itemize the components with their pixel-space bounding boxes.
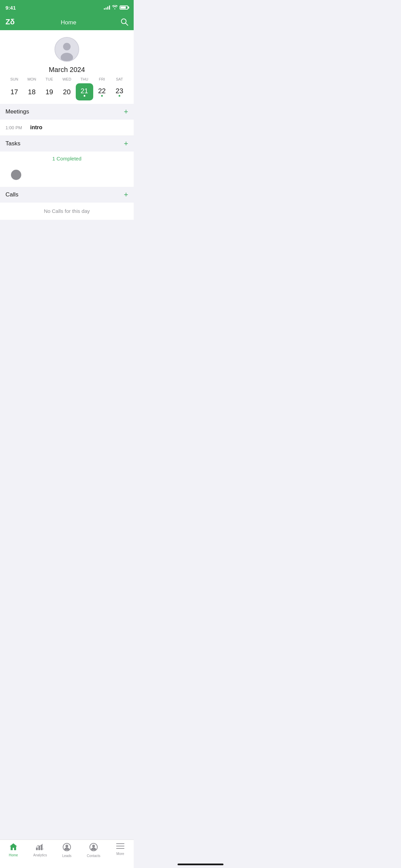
search-icon[interactable] [121,18,128,27]
calls-section-header: Calls + [0,187,134,203]
status-time: 9:41 [5,5,16,11]
weekday-label: MON [23,76,40,82]
no-calls-area: No Calls for this day [0,203,134,220]
calendar-section: March 2024 SUNMONTUEWEDTHUFRISAT 1718192… [0,66,134,104]
add-task-button[interactable]: + [124,139,128,148]
weekday-label: TUE [40,76,58,82]
page-title: Home [61,19,76,26]
meetings-section-header: Meetings + [0,104,134,120]
weekday-label: FRI [93,76,111,82]
weekday-label: WED [58,76,75,82]
no-calls-text: No Calls for this day [44,208,90,214]
calendar-date[interactable]: 20 [58,83,75,100]
calendar-weekdays: SUNMONTUEWEDTHUFRISAT [5,76,128,82]
calendar-dates[interactable]: 17181920212223 [5,83,128,100]
calendar-date[interactable]: 19 [40,83,58,100]
calls-title: Calls [5,191,19,198]
weekday-label: SAT [111,76,128,82]
task-circle-indicator [11,170,21,180]
battery-icon [120,5,128,10]
calendar-date[interactable]: 22 [93,83,111,100]
completed-count: 1 Completed [5,156,128,161]
calendar-date[interactable]: 23 [111,83,128,100]
meetings-title: Meetings [5,108,29,115]
svg-point-4 [63,43,71,50]
add-call-button[interactable]: + [124,190,128,199]
main-content: March 2024 SUNMONTUEWEDTHUFRISAT 1718192… [0,30,134,261]
status-icons [104,5,128,10]
month-year: March 2024 [5,66,128,74]
meeting-item[interactable]: 1:00 PM intro [0,120,134,136]
add-meeting-button[interactable]: + [124,107,128,116]
tasks-section-header: Tasks + [0,136,134,152]
calendar-date[interactable]: 17 [5,83,23,100]
tasks-title: Tasks [5,140,20,147]
weekday-label: SUN [5,76,23,82]
wifi-icon [112,5,118,10]
app-logo: Zδ [5,17,16,28]
tasks-completed-area: 1 Completed [0,152,134,166]
meeting-name: intro [30,124,42,131]
calendar-date[interactable]: 18 [23,83,40,100]
avatar-section [0,30,134,66]
svg-line-2 [125,23,128,25]
weekday-label: THU [76,76,93,82]
status-bar: 9:41 [0,0,134,15]
nav-header: Zδ Home [0,15,134,30]
avatar [54,37,79,62]
svg-text:Zδ: Zδ [5,17,15,26]
empty-fill-area [0,220,134,261]
calendar-date[interactable]: 21 [76,83,93,100]
meeting-time: 1:00 PM [5,125,26,130]
signal-icon [104,5,110,10]
